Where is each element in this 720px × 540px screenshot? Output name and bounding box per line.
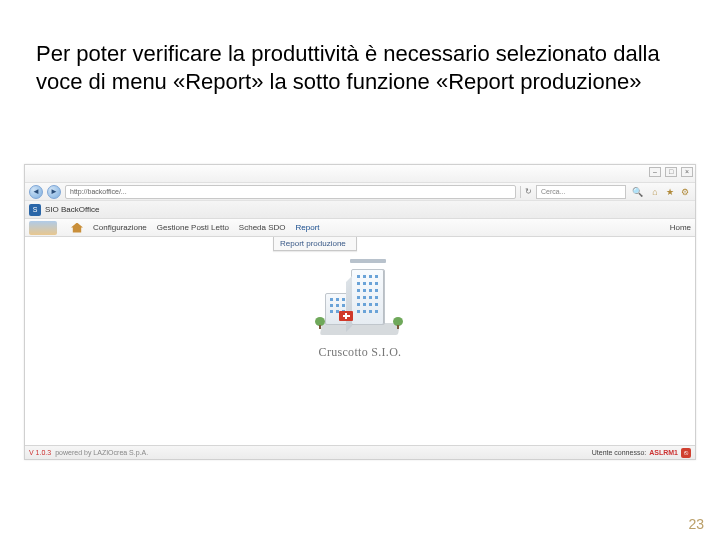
menu-gestione-posti-letto[interactable]: Gestione Posti Letto [157,223,229,232]
user-name: ASLRM1 [649,449,678,456]
tab-bar: S SIO BackOffice [25,201,695,219]
menu-home[interactable]: Home [670,223,691,232]
search-input[interactable]: Cerca... [536,185,626,199]
browser-window: – □ × ◄ ► http://backoffice/... ↻ Cerca.… [24,164,696,460]
page-number: 23 [688,516,704,532]
status-bar: V 1.0.3 powered by LAZIOcrea S.p.A. Uten… [25,445,695,459]
instruction-text: Per poter verificare la produttività è n… [36,40,676,96]
back-button[interactable]: ◄ [29,185,43,199]
maximize-button[interactable]: □ [665,167,677,177]
app-title: Cruscotto S.I.O. [319,345,402,360]
user-connected-label: Utente connesso: [592,449,646,456]
hospital-icon [315,257,405,335]
titlebar: – □ × [25,165,695,183]
menu-scheda-sdo[interactable]: Scheda SDO [239,223,286,232]
refresh-icon[interactable]: ↻ [525,187,532,196]
tools-icon[interactable]: ⚙ [679,186,691,198]
powered-by-label: powered by LAZIOcrea S.p.A. [55,449,148,456]
medical-cross-icon [339,311,353,321]
logout-button[interactable]: ⎋ [681,448,691,458]
favorites-icon[interactable]: ★ [664,186,676,198]
address-bar-row: ◄ ► http://backoffice/... ↻ Cerca... 🔍 ⌂… [25,183,695,201]
region-logo [29,221,57,235]
home-icon[interactable] [71,223,83,233]
tab-favicon: S [29,204,41,216]
minimize-button[interactable]: – [649,167,661,177]
version-label: V 1.0.3 [29,449,51,456]
app-menu-bar: Configurazione Gestione Posti Letto Sche… [25,219,695,237]
forward-button[interactable]: ► [47,185,61,199]
menu-report[interactable]: Report [296,223,320,232]
url-input[interactable]: http://backoffice/... [65,185,516,199]
close-button[interactable]: × [681,167,693,177]
tab-title[interactable]: SIO BackOffice [45,205,100,214]
search-icon[interactable]: 🔍 [632,187,643,197]
home-icon[interactable]: ⌂ [649,186,661,198]
menu-configurazione[interactable]: Configurazione [93,223,147,232]
